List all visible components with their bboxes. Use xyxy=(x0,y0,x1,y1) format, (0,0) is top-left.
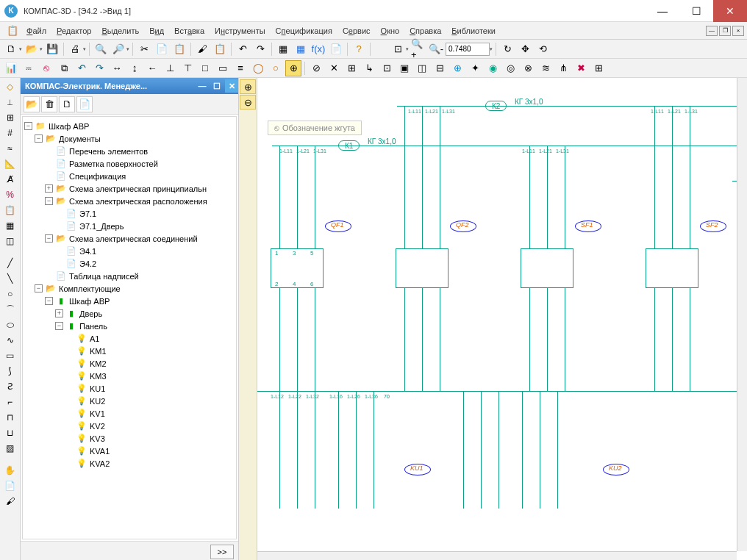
tb-e25[interactable]: ⊕ xyxy=(449,60,465,76)
tb-e27[interactable]: ◉ xyxy=(485,60,501,76)
panel-new-icon[interactable]: 🗋 xyxy=(59,96,75,112)
print-icon[interactable]: 🖨 xyxy=(67,41,83,57)
lt-text-icon[interactable]: ⊞ xyxy=(2,110,18,125)
tb-e14[interactable]: ≡ xyxy=(232,60,249,76)
zoom-icon[interactable]: 🔎 xyxy=(110,41,126,57)
lt-ins-icon[interactable]: ◫ xyxy=(2,234,18,248)
menu-view[interactable]: Вид xyxy=(145,24,168,37)
panel-delete-icon[interactable]: 🗑 xyxy=(41,96,57,112)
tb-e11[interactable]: ⊤ xyxy=(179,60,196,76)
tb-e3[interactable]: ⎋ xyxy=(38,60,54,76)
lt-fill-icon[interactable]: ▨ xyxy=(2,441,18,456)
tb-e18[interactable]: ✕ xyxy=(326,60,342,76)
menu-insert[interactable]: Вставка xyxy=(170,24,209,37)
copy-icon[interactable]: 📄 xyxy=(154,41,170,57)
tb-e15[interactable]: ◯ xyxy=(250,60,266,76)
tree-docs[interactable]: Документы xyxy=(59,134,101,143)
project-tree[interactable]: −📁Шкаф АВР −📂Документы 📄Перечень элемент… xyxy=(22,116,237,539)
maximize-button[interactable]: ☐ xyxy=(679,0,713,22)
lt-lib-icon[interactable]: ▦ xyxy=(2,218,18,233)
tb-harness-icon[interactable]: ⊕ xyxy=(285,60,301,76)
lt-paint-icon[interactable]: 🖌 xyxy=(2,494,18,509)
lt-sel-icon[interactable]: A̸ xyxy=(2,172,18,187)
help-icon[interactable]: ? xyxy=(351,41,367,57)
tree-item[interactable]: Панель xyxy=(79,322,107,331)
lt-param-icon[interactable]: ≈ xyxy=(2,141,18,156)
tb-e29[interactable]: ⊗ xyxy=(520,60,536,76)
tree-item[interactable]: Э7.1 xyxy=(79,209,96,218)
rotate-icon[interactable]: ⟲ xyxy=(535,41,551,57)
tree-item[interactable]: Дверь xyxy=(79,309,102,318)
menu-service[interactable]: Сервис xyxy=(338,24,375,37)
tb-e4[interactable]: ⧉ xyxy=(56,60,72,76)
tb-e22[interactable]: ▣ xyxy=(396,60,412,76)
tree-item[interactable]: KV1 xyxy=(90,409,105,418)
tb-e31[interactable]: ⋔ xyxy=(555,60,571,76)
hscrollbar[interactable] xyxy=(257,551,737,560)
tb-e13[interactable]: ▭ xyxy=(215,60,231,76)
undo-icon[interactable]: ↶ xyxy=(235,41,251,57)
new-icon[interactable]: 🗋 xyxy=(3,41,19,57)
tree-item[interactable]: Схема электрическая расположения xyxy=(69,197,207,206)
menu-tools[interactable]: Инструменты xyxy=(210,24,270,37)
lt-tb5-icon[interactable]: ⊔ xyxy=(2,426,18,440)
lt-ell-icon[interactable]: ⬭ xyxy=(2,317,18,332)
panel-titlebar[interactable]: КОМПАС-Электрик. Менедже... — ☐ ✕ xyxy=(21,78,238,94)
layers-icon[interactable]: ▦ xyxy=(275,41,291,57)
tree-item[interactable]: Перечень элементов xyxy=(69,147,148,156)
lt-tb3-icon[interactable]: ⌐ xyxy=(2,395,18,409)
menu-edit[interactable]: Редактор xyxy=(52,24,96,37)
tb-e6[interactable]: ↷ xyxy=(91,60,107,76)
var-icon[interactable]: f(x) xyxy=(310,41,326,57)
tree-item[interactable]: Спецификация xyxy=(69,172,126,181)
open-icon[interactable]: 📂 xyxy=(24,41,40,57)
tb-e16[interactable]: ○ xyxy=(268,60,284,76)
tb-e23[interactable]: ◫ xyxy=(414,60,430,76)
mt-harness1-icon[interactable]: ⊕ xyxy=(240,79,256,94)
tree-item[interactable]: KM1 xyxy=(90,347,107,356)
zoom-out-icon[interactable]: 🔍- xyxy=(428,41,444,57)
tree-item[interactable]: Э4.2 xyxy=(79,259,96,268)
tree-item[interactable]: Таблица надписей xyxy=(69,272,139,281)
tb-e1[interactable]: 📊 xyxy=(3,60,19,76)
tree-item[interactable]: Шкаф АВР xyxy=(69,297,110,306)
tree-item[interactable]: Схема электрическая принципиальн xyxy=(69,184,207,193)
tree-item[interactable]: Э4.1 xyxy=(79,247,96,256)
paste-icon[interactable]: 📋 xyxy=(171,41,187,57)
lt-hand-icon[interactable]: ✋ xyxy=(2,463,18,478)
tb-e8[interactable]: ↨ xyxy=(126,60,143,76)
lt-spl-icon[interactable]: ∿ xyxy=(2,333,18,348)
lt-meas-icon[interactable]: 📐 xyxy=(2,157,18,171)
zoom-input[interactable] xyxy=(446,43,490,56)
menu-libs[interactable]: Библиотеки xyxy=(447,24,500,37)
tb-e33[interactable]: ⊞ xyxy=(590,60,607,76)
tree-komp[interactable]: Комплектующие xyxy=(59,284,121,293)
tree-item[interactable]: KM3 xyxy=(90,372,107,381)
tree-item[interactable]: Э7.1_Дверь xyxy=(79,222,124,231)
panel-minimize-icon[interactable]: — xyxy=(196,79,209,93)
tree-item[interactable]: Разметка поверхностей xyxy=(69,159,158,168)
tb-e19[interactable]: ⊞ xyxy=(343,60,360,76)
menu-help[interactable]: Справка xyxy=(405,24,446,37)
tb-e30[interactable]: ≋ xyxy=(537,60,554,76)
panel-maximize-icon[interactable]: ☐ xyxy=(210,79,224,93)
mdi-close-icon[interactable]: × xyxy=(732,26,744,36)
menu-select[interactable]: Выделить xyxy=(97,24,143,37)
lt-attr-icon[interactable]: 📄 xyxy=(2,478,18,493)
tb-e20[interactable]: ↳ xyxy=(361,60,377,76)
lt-tb2-icon[interactable]: Ƨ xyxy=(2,379,18,394)
mdi-minimize-icon[interactable]: — xyxy=(706,26,718,36)
app-menu-icon[interactable]: 📋 xyxy=(4,23,21,39)
zoom-in-icon[interactable]: 🔍+ xyxy=(410,41,426,57)
tree-item[interactable]: Схема электрическая соединений xyxy=(69,234,198,243)
panel-open-icon[interactable]: 📂 xyxy=(24,96,40,112)
menu-window[interactable]: Окно xyxy=(376,24,404,37)
tb-e7[interactable]: ↔ xyxy=(109,60,125,76)
lt-tb1-icon[interactable]: ⟆ xyxy=(2,364,18,378)
tree-item[interactable]: KU2 xyxy=(90,397,105,406)
tb-e17[interactable]: ⊘ xyxy=(308,60,324,76)
tb-e12[interactable]: □ xyxy=(197,60,213,76)
tree-item[interactable]: KM2 xyxy=(90,359,107,368)
tree-root[interactable]: Шкаф АВР xyxy=(49,122,89,131)
tb-e9[interactable]: ← xyxy=(144,60,160,76)
